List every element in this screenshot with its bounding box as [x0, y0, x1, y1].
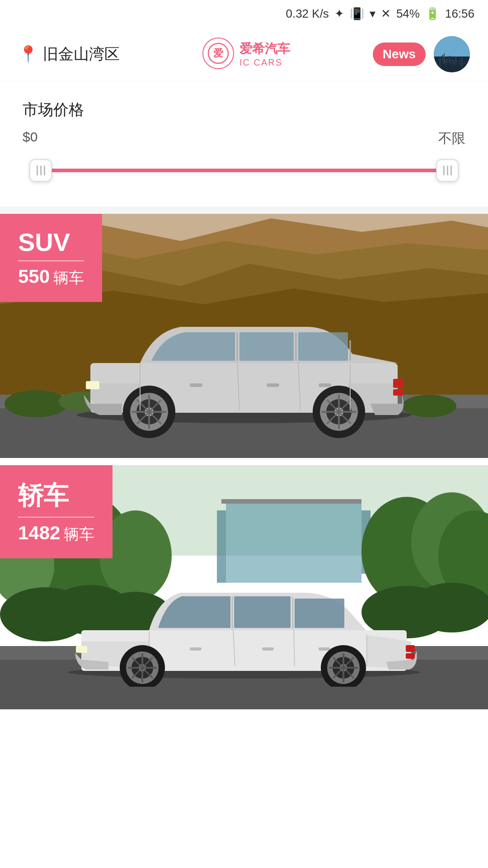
svg-rect-83	[295, 599, 344, 628]
svg-rect-91	[262, 647, 274, 651]
svg-rect-110	[406, 645, 415, 652]
svg-rect-92	[319, 647, 330, 651]
svg-rect-11	[451, 60, 454, 72]
logo-area[interactable]: 爱 爱希汽车 IC CARS	[202, 38, 290, 71]
svg-rect-29	[239, 332, 294, 361]
svg-rect-64	[221, 499, 361, 504]
handle-lines-right	[443, 165, 452, 175]
price-max: 不限	[438, 129, 465, 148]
svg-rect-14	[461, 58, 463, 72]
location-area[interactable]: 📍 旧金山湾区	[18, 44, 120, 65]
suv-vehicle	[63, 286, 425, 440]
svg-rect-3	[434, 36, 470, 72]
svg-rect-82	[234, 596, 291, 628]
sedan-card[interactable]: 轿车 1482 辆车	[0, 465, 488, 709]
svg-rect-109	[76, 646, 87, 653]
svg-rect-30	[298, 332, 348, 361]
svg-rect-58	[267, 383, 279, 387]
sedan-count-number: 1482	[18, 522, 60, 544]
svg-rect-51	[393, 379, 403, 388]
svg-rect-50	[86, 381, 99, 389]
svg-text:爱: 爱	[213, 47, 223, 59]
price-slider[interactable]	[23, 157, 465, 184]
sedan-count: 1482 辆车	[18, 522, 94, 545]
slider-handle-right[interactable]	[436, 159, 459, 182]
location-pin-icon: 📍	[18, 45, 38, 64]
bluetooth-icon: ✦	[334, 7, 344, 21]
suv-count: 550 辆车	[18, 266, 84, 288]
clock: 16:56	[445, 7, 474, 21]
sedan-count-unit: 辆车	[64, 524, 94, 545]
sedan-divider	[18, 517, 94, 518]
network-speed: 0.32 K/s	[286, 7, 328, 21]
price-min: $0	[23, 129, 38, 148]
svg-rect-16	[467, 60, 469, 72]
sedan-category-label: 轿车 1482 辆车	[0, 465, 113, 558]
svg-rect-13	[458, 61, 460, 72]
svg-rect-57	[190, 383, 202, 387]
sedan-type: 轿车	[18, 479, 94, 513]
header: 📍 旧金山湾区 爱 爱希汽车 IC CARS News	[0, 27, 488, 81]
suv-type: SUV	[18, 227, 84, 257]
svg-rect-9	[446, 59, 448, 72]
svg-rect-15	[464, 61, 466, 72]
svg-rect-12	[455, 57, 457, 72]
slider-track	[41, 169, 447, 172]
wifi-icon: ▾	[370, 7, 375, 21]
signal-icon: ✕	[381, 7, 391, 21]
suv-category-label: SUV 550 辆车	[0, 214, 102, 302]
location-text: 旧金山湾区	[43, 44, 120, 65]
avatar-image	[434, 36, 470, 72]
suv-card[interactable]: SUV 550 辆车	[0, 214, 488, 458]
svg-rect-6	[439, 58, 441, 72]
handle-lines-left	[37, 165, 45, 175]
logo-icon: 爱	[207, 42, 230, 65]
battery-percent: 54%	[396, 7, 420, 21]
header-right: News	[373, 36, 470, 72]
svg-rect-7	[442, 55, 443, 72]
svg-rect-8	[444, 53, 445, 72]
sedan-vehicle	[59, 560, 429, 687]
price-section: 市场价格 $0 不限	[0, 81, 488, 207]
svg-rect-52	[393, 389, 403, 396]
news-badge[interactable]: News	[373, 42, 426, 66]
suv-divider	[18, 260, 84, 261]
avatar[interactable]	[434, 36, 470, 72]
slider-handle-left[interactable]	[29, 159, 52, 182]
logo-circle: 爱	[202, 38, 234, 69]
svg-rect-90	[190, 647, 202, 651]
battery-icon: 🔋	[425, 7, 440, 21]
logo-brand-text: 爱希汽车	[239, 40, 290, 57]
price-label: 市场价格	[23, 99, 465, 120]
svg-point-24	[5, 390, 68, 417]
status-bar: 0.32 K/s ✦ 📳 ▾ ✕ 54% 🔋 16:56	[0, 0, 488, 27]
logo-sub-text: IC CARS	[239, 57, 290, 68]
svg-rect-5	[436, 61, 438, 72]
suv-count-number: 550	[18, 266, 50, 288]
svg-rect-59	[319, 383, 331, 387]
svg-rect-10	[449, 56, 450, 72]
section-divider	[0, 207, 488, 214]
suv-count-unit: 辆车	[53, 268, 84, 288]
vibrate-icon: 📳	[350, 7, 364, 21]
price-range-labels: $0 不限	[23, 129, 465, 148]
svg-rect-111	[406, 653, 415, 659]
